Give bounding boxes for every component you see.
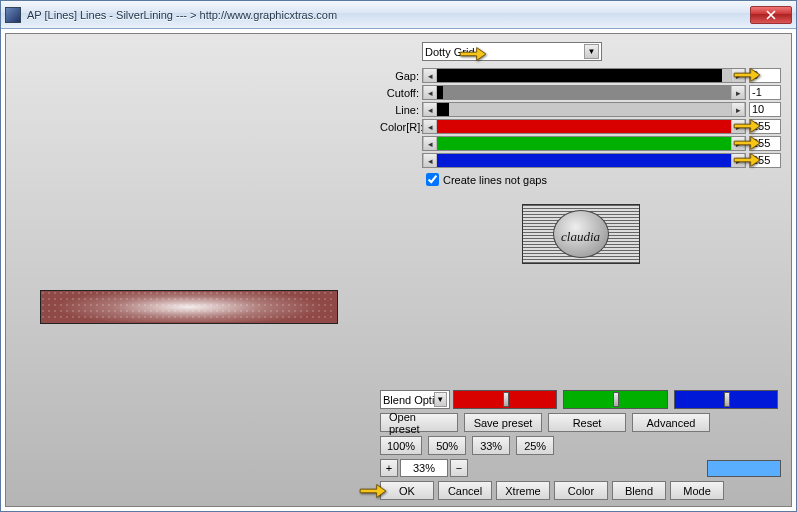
color-r-track[interactable] (437, 120, 731, 133)
dialog-body: Dotty Grid ▼ Gap: ◂ ▸ 8 (5, 33, 792, 507)
zoom-preset-row: 100% 50% 33% 25% (380, 436, 781, 455)
gap-label: Gap: (380, 70, 422, 82)
arrow-right-icon[interactable]: ▸ (731, 103, 745, 116)
mode-button[interactable]: Mode (670, 481, 724, 500)
create-lines-row: Create lines not gaps (380, 173, 781, 186)
window-title: AP [Lines] Lines - SilverLining --- > ht… (27, 9, 750, 21)
blend-rgb-row: Blend Optio ▼ (380, 390, 781, 409)
gap-track[interactable] (437, 69, 731, 82)
arrow-left-icon[interactable]: ◂ (423, 154, 437, 167)
chevron-down-icon: ▼ (584, 44, 599, 59)
color-g-value[interactable]: 255 (749, 136, 781, 151)
arrow-right-icon[interactable]: ▸ (731, 69, 745, 82)
chevron-down-icon: ▼ (434, 392, 447, 407)
line-row: Line: ◂ ▸ 10 (380, 101, 781, 118)
ok-button[interactable]: OK (380, 481, 434, 500)
zoom-50-button[interactable]: 50% (428, 436, 466, 455)
footer-buttons-row: OK Cancel Xtreme Color Blend Mode (380, 481, 781, 500)
cutoff-label: Cutoff: (380, 87, 422, 99)
blend-option-dropdown[interactable]: Blend Optio ▼ (380, 390, 450, 409)
preview-dots-overlay (42, 292, 336, 322)
arrow-left-icon[interactable]: ◂ (423, 103, 437, 116)
xtreme-button[interactable]: Xtreme (496, 481, 550, 500)
preview-image (40, 290, 338, 324)
arrow-right-icon[interactable]: ▸ (731, 86, 745, 99)
titlebar[interactable]: AP [Lines] Lines - SilverLining --- > ht… (1, 1, 796, 29)
color-r-row: Color[R]: ◂ ▸ 255 (380, 118, 781, 135)
globe-icon: claudia (553, 210, 609, 258)
arrow-left-icon[interactable]: ◂ (423, 69, 437, 82)
cutoff-fill (437, 86, 443, 99)
green-slider[interactable] (563, 390, 667, 409)
preset-buttons-row: Open preset Save preset Reset Advanced (380, 413, 781, 432)
color-b-slider[interactable]: ◂ ▸ (422, 153, 746, 168)
advanced-button[interactable]: Advanced (632, 413, 710, 432)
close-icon (766, 10, 776, 20)
slider-knob[interactable] (724, 392, 730, 407)
preset-dropdown[interactable]: Dotty Grid ▼ (422, 42, 602, 61)
cutoff-track[interactable] (437, 86, 731, 99)
cutoff-row: Cutoff: ◂ ▸ -1 (380, 84, 781, 101)
dialog-window: AP [Lines] Lines - SilverLining --- > ht… (0, 0, 797, 512)
preview-pane (6, 34, 376, 506)
cutoff-slider[interactable]: ◂ ▸ (422, 85, 746, 100)
arrow-right-icon[interactable]: ▸ (731, 120, 745, 133)
gap-slider[interactable]: ◂ ▸ (422, 68, 746, 83)
line-value[interactable]: 10 (749, 102, 781, 117)
color-g-track[interactable] (437, 137, 731, 150)
controls-pane: Dotty Grid ▼ Gap: ◂ ▸ 8 (376, 34, 791, 506)
blend-option-selected: Blend Optio (383, 394, 434, 406)
line-track[interactable] (437, 103, 731, 116)
zoom-in-button[interactable]: + (380, 459, 398, 477)
blend-button[interactable]: Blend (612, 481, 666, 500)
zoom-value[interactable]: 33% (400, 459, 448, 477)
arrow-right-icon[interactable]: ▸ (731, 137, 745, 150)
red-slider[interactable] (453, 390, 557, 409)
gap-fill (437, 69, 722, 82)
save-preset-button[interactable]: Save preset (464, 413, 542, 432)
arrow-left-icon[interactable]: ◂ (423, 86, 437, 99)
gap-value[interactable]: 8 (749, 68, 781, 83)
cutoff-value[interactable]: -1 (749, 85, 781, 100)
color-r-slider[interactable]: ◂ ▸ (422, 119, 746, 134)
create-lines-checkbox[interactable] (426, 173, 439, 186)
zoom-row: + 33% − (380, 459, 781, 477)
slider-knob[interactable] (613, 392, 619, 407)
slider-knob[interactable] (503, 392, 509, 407)
close-button[interactable] (750, 6, 792, 24)
preset-selected: Dotty Grid (425, 46, 475, 58)
color-r-label: Color[R]: (380, 121, 422, 133)
app-icon (5, 7, 21, 23)
line-label: Line: (380, 104, 422, 116)
blue-slider[interactable] (674, 390, 778, 409)
line-fill (437, 103, 449, 116)
arrow-left-icon[interactable]: ◂ (423, 137, 437, 150)
logo-text: claudia (544, 229, 618, 245)
reset-button[interactable]: Reset (548, 413, 626, 432)
arrow-right-icon[interactable]: ▸ (731, 154, 745, 167)
branding-logo: claudia (522, 204, 640, 264)
cancel-button[interactable]: Cancel (438, 481, 492, 500)
color-b-row: ◂ ▸ 255 (380, 152, 781, 169)
lower-controls: Blend Optio ▼ Open preset Save preset Re… (380, 390, 781, 500)
gap-row: Gap: ◂ ▸ 8 (380, 67, 781, 84)
color-b-track[interactable] (437, 154, 731, 167)
color-r-value[interactable]: 255 (749, 119, 781, 134)
zoom-33-button[interactable]: 33% (472, 436, 510, 455)
zoom-25-button[interactable]: 25% (516, 436, 554, 455)
open-preset-button[interactable]: Open preset (380, 413, 458, 432)
color-g-row: ◂ ▸ 255 (380, 135, 781, 152)
create-lines-label: Create lines not gaps (443, 174, 547, 186)
arrow-left-icon[interactable]: ◂ (423, 120, 437, 133)
color-g-slider[interactable]: ◂ ▸ (422, 136, 746, 151)
zoom-100-button[interactable]: 100% (380, 436, 422, 455)
color-swatch[interactable] (707, 460, 781, 477)
line-slider[interactable]: ◂ ▸ (422, 102, 746, 117)
color-button[interactable]: Color (554, 481, 608, 500)
zoom-out-button[interactable]: − (450, 459, 468, 477)
color-b-value[interactable]: 255 (749, 153, 781, 168)
